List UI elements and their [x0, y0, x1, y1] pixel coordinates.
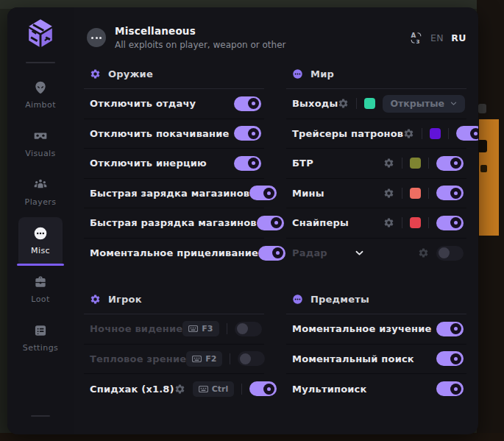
control-divider — [227, 323, 227, 334]
color-swatch[interactable] — [430, 128, 441, 139]
feature-row: Тепловое зрениеF2 — [84, 345, 264, 375]
feature-label: Мины — [292, 188, 324, 199]
toggle-switch[interactable] — [258, 246, 285, 261]
control-divider — [241, 384, 242, 395]
control-divider — [402, 158, 402, 169]
dropdown-select[interactable]: Открытые — [383, 95, 465, 113]
sidebar-item-loot[interactable]: Loot — [18, 266, 63, 312]
gear-icon[interactable] — [403, 128, 414, 139]
sidebar-item-players[interactable]: Players — [18, 169, 63, 215]
section-player: ИгрокНочное видениеF3Тепловое зрениеF2Сп… — [84, 286, 264, 404]
toggle-switch[interactable] — [234, 156, 261, 171]
toggle-switch[interactable] — [456, 126, 478, 141]
language-switcher: A з ENRU — [409, 31, 466, 45]
feature-label: Отключить инерцию — [90, 158, 207, 169]
gear-icon[interactable] — [174, 384, 185, 395]
toggle-switch[interactable] — [436, 156, 464, 171]
content-grid: ОружиеОтключить отдачуОтключить покачива… — [74, 57, 478, 434]
feature-row: Отключить покачивание — [84, 119, 264, 149]
gear-icon[interactable] — [338, 98, 349, 109]
chevron-down-icon[interactable] — [354, 247, 365, 258]
gear-icon[interactable] — [383, 158, 394, 169]
feature-row: Отключить инерцию — [84, 149, 264, 179]
row-controls — [383, 216, 464, 230]
lang-option-ru[interactable]: RU — [451, 32, 466, 43]
row-controls: F2 — [186, 351, 265, 367]
toggle-switch[interactable] — [238, 351, 265, 366]
briefcase-icon — [33, 275, 48, 289]
keybind-badge[interactable]: Ctrl — [193, 381, 235, 397]
feature-label: Снайперы — [292, 217, 349, 228]
keybind-badge[interactable]: F3 — [182, 321, 219, 336]
toggle-switch[interactable] — [436, 381, 464, 396]
feature-label: БТР — [292, 158, 313, 169]
toggle-switch[interactable] — [436, 322, 464, 336]
feature-label: Моментальный поиск — [292, 353, 414, 364]
feature-row: Быстрая разрядка магазинов — [84, 208, 264, 239]
ellipsis-icon — [292, 294, 303, 305]
keybind-badge[interactable]: F2 — [186, 351, 222, 367]
control-divider — [448, 128, 449, 139]
settings-list-icon — [33, 323, 48, 338]
gear-icon[interactable] — [383, 217, 394, 228]
sidebar-item-label: Misc — [31, 246, 50, 255]
ellipsis-avatar-icon — [87, 28, 106, 47]
feature-row: ВыходыОткрытые — [286, 89, 466, 119]
gear-icon — [90, 68, 101, 80]
keyboard-icon — [199, 386, 208, 392]
lang-option-en[interactable]: EN — [430, 32, 444, 43]
sidebar-item-settings[interactable]: Settings — [18, 314, 63, 361]
toggle-knob — [272, 247, 283, 258]
sidebar-item-misc[interactable]: Misc — [18, 217, 63, 264]
toggle-switch[interactable] — [249, 381, 277, 396]
toggle-switch[interactable] — [234, 126, 261, 141]
row-controls — [258, 246, 285, 261]
row-controls — [418, 246, 464, 261]
toggle-knob — [470, 128, 478, 139]
toggle-switch[interactable] — [436, 216, 464, 230]
sidebar-divider — [26, 62, 55, 63]
section-header: Мир — [286, 60, 466, 88]
feature-label: Радар — [292, 247, 327, 258]
keybind-value: Ctrl — [212, 384, 229, 394]
gear-icon[interactable] — [418, 247, 429, 258]
section-world: МирВыходыОткрытыеТрейсеры патроновБТРМин… — [286, 60, 466, 268]
row-controls — [249, 186, 277, 200]
vr-goggles-icon — [33, 129, 48, 144]
color-swatch[interactable] — [364, 98, 375, 109]
page-subtitle: All exploits on player, weapon or other — [115, 40, 285, 50]
translate-icon: A з — [409, 31, 423, 45]
toggle-switch[interactable] — [235, 322, 262, 336]
control-divider — [428, 217, 429, 228]
toggle-switch[interactable] — [436, 246, 464, 261]
sidebar-item-aimbot[interactable]: Aimbot — [18, 71, 63, 118]
feature-label: Тепловое зрение — [90, 353, 186, 364]
toggle-switch[interactable] — [436, 186, 464, 200]
color-swatch[interactable] — [410, 188, 421, 199]
toggle-switch[interactable] — [249, 186, 277, 200]
section-header: Оружие — [84, 60, 264, 88]
row-controls — [234, 96, 261, 111]
main-panel: Miscellaneous All exploits on player, we… — [74, 7, 478, 434]
color-swatch[interactable] — [410, 158, 421, 169]
toggle-switch[interactable] — [436, 351, 464, 366]
feature-label: Выходы — [292, 98, 338, 109]
toggle-knob — [248, 128, 259, 139]
gear-icon[interactable] — [383, 188, 394, 199]
row-controls — [436, 351, 464, 366]
feature-row: Быстрая зарядка магазинов — [84, 179, 264, 209]
toggle-knob — [263, 384, 274, 395]
game-background-detail — [478, 104, 486, 113]
sidebar-item-visuals[interactable]: Visuals — [18, 120, 63, 166]
keybind-value: F3 — [202, 324, 213, 334]
color-swatch[interactable] — [410, 217, 421, 228]
toggle-switch[interactable] — [234, 96, 261, 111]
toggle-knob — [450, 353, 461, 364]
header: Miscellaneous All exploits on player, we… — [74, 7, 478, 57]
toggle-knob — [240, 353, 251, 364]
toggle-knob — [248, 158, 259, 169]
toggle-knob — [450, 384, 461, 395]
toggle-switch[interactable] — [257, 216, 284, 230]
keybind-value: F2 — [205, 354, 216, 364]
row-controls: Ctrl — [174, 381, 277, 397]
